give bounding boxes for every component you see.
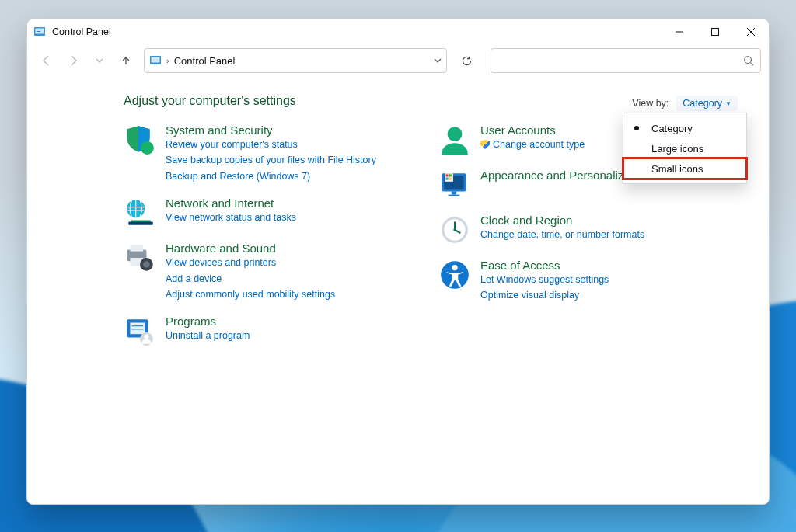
category-link[interactable]: System and Security	[166, 123, 376, 137]
control-panel-icon	[33, 26, 46, 38]
address-icon	[149, 54, 162, 67]
dropdown-item-small-icons[interactable]: Small icons	[623, 158, 746, 179]
titlebar: Control Panel	[27, 19, 769, 44]
svg-point-26	[144, 334, 148, 339]
task-link[interactable]: View devices and printers	[166, 256, 335, 270]
programs-icon	[124, 315, 156, 347]
task-link[interactable]: Adjust commonly used mobility settings	[166, 287, 335, 302]
view-by-label: View by:	[632, 98, 669, 109]
svg-rect-5	[712, 29, 719, 36]
svg-point-20	[143, 261, 149, 267]
address-location[interactable]: Control Panel	[174, 55, 236, 67]
task-link[interactable]: Review your computer's status	[166, 137, 376, 152]
svg-rect-31	[449, 195, 460, 196]
close-button[interactable]	[733, 19, 769, 44]
nav-back-button[interactable]	[35, 49, 58, 72]
category-system-security: System and Security Review your computer…	[124, 123, 410, 184]
svg-point-41	[453, 228, 456, 231]
chevron-down-icon: ▼	[725, 100, 731, 107]
task-link[interactable]: View network status and tasks	[166, 210, 296, 225]
accessibility-icon	[438, 259, 471, 291]
address-dropdown-icon[interactable]	[434, 57, 442, 64]
svg-point-10	[745, 57, 752, 64]
svg-rect-35	[445, 178, 448, 180]
view-by-dropdown: Category Large icons Small icons	[623, 113, 747, 184]
svg-rect-33	[445, 174, 448, 176]
window-title: Control Panel	[52, 26, 111, 37]
minimize-button[interactable]	[662, 19, 697, 44]
svg-line-11	[751, 63, 754, 66]
monitor-icon	[438, 169, 471, 201]
task-link[interactable]: Optimize visual display	[480, 288, 609, 303]
category-programs: Programs Uninstall a program	[124, 315, 410, 347]
task-link[interactable]: Uninstall a program	[166, 329, 250, 343]
category-link[interactable]: User Accounts	[480, 123, 585, 137]
dropdown-item-large-icons[interactable]: Large icons	[623, 138, 746, 158]
nav-recent-button[interactable]	[88, 49, 111, 72]
search-box[interactable]	[491, 48, 761, 73]
nav-forward-button[interactable]	[61, 49, 85, 72]
svg-rect-3	[37, 31, 40, 32]
task-link[interactable]: Save backup copies of your files with Fi…	[166, 153, 376, 168]
address-bar[interactable]: › Control Panel	[144, 48, 447, 73]
task-link[interactable]: Backup and Restore (Windows 7)	[166, 169, 376, 184]
category-link[interactable]: Ease of Access	[480, 259, 609, 272]
svg-rect-2	[37, 30, 39, 30]
category-clock-region: Clock and Region Change date, time, or n…	[438, 214, 725, 246]
shield-icon	[124, 123, 156, 156]
left-column: System and Security Review your computer…	[124, 123, 410, 347]
svg-rect-34	[449, 174, 452, 176]
svg-rect-17	[130, 245, 143, 251]
category-hardware-sound: Hardware and Sound View devices and prin…	[124, 242, 410, 302]
svg-rect-36	[449, 178, 452, 180]
view-by-value: Category	[683, 98, 722, 109]
category-link[interactable]: Clock and Region	[480, 214, 644, 227]
clock-icon	[438, 214, 471, 246]
user-icon	[438, 123, 471, 156]
task-link[interactable]: Let Windows suggest settings	[480, 273, 609, 287]
svg-point-12	[141, 141, 154, 155]
svg-rect-15	[128, 222, 153, 225]
svg-point-27	[448, 127, 463, 141]
printer-icon	[124, 242, 156, 274]
dropdown-item-category[interactable]: Category	[623, 118, 746, 138]
nav-up-button[interactable]	[114, 49, 138, 72]
search-icon[interactable]	[743, 55, 754, 66]
view-by-selector[interactable]: Category ▼	[676, 96, 738, 111]
category-link[interactable]: Hardware and Sound	[166, 242, 335, 255]
bullet-icon	[634, 126, 639, 130]
category-link[interactable]: Programs	[166, 315, 250, 328]
refresh-button[interactable]	[453, 48, 480, 73]
maximize-button[interactable]	[697, 19, 733, 44]
task-link[interactable]: Change account type	[480, 137, 585, 152]
svg-rect-9	[152, 57, 160, 63]
search-input[interactable]	[498, 55, 743, 67]
svg-point-43	[452, 265, 457, 270]
nav-row: › Control Panel	[27, 44, 769, 77]
category-ease-of-access: Ease of Access Let Windows suggest setti…	[438, 259, 725, 304]
content-area: Adjust your computer's settings View by:…	[27, 77, 769, 504]
view-by: View by: Category ▼	[632, 96, 738, 111]
chevron-right-icon: ›	[166, 56, 169, 65]
svg-rect-22	[130, 323, 145, 335]
control-panel-window: Control Panel › Control Panel Adjus	[26, 19, 770, 505]
network-icon	[124, 196, 156, 229]
task-link[interactable]: Change date, time, or number formats	[480, 228, 644, 242]
category-link[interactable]: Network and Internet	[166, 196, 296, 210]
svg-rect-30	[452, 191, 456, 194]
task-link[interactable]: Add a device	[166, 272, 335, 287]
category-network-internet: Network and Internet View network status…	[124, 196, 410, 229]
